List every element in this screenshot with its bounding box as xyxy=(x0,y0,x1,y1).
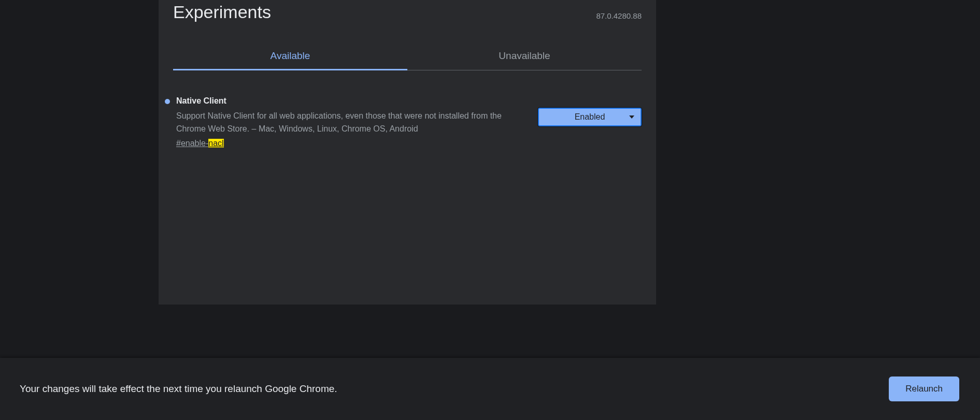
restart-footer: Your changes will take effect the next t… xyxy=(0,358,980,420)
flag-permalink-prefix: #enable- xyxy=(176,139,208,148)
flag-permalink[interactable]: #enable-nacl xyxy=(176,139,224,148)
version-label: 87.0.4280.88 xyxy=(596,11,642,20)
flag-state-value: Enabled xyxy=(575,112,605,122)
tab-unavailable[interactable]: Unavailable xyxy=(407,43,642,70)
flag-permalink-highlight: nacl xyxy=(208,139,223,148)
header-row: Experiments 87.0.4280.88 xyxy=(159,0,656,22)
restart-message: Your changes will take effect the next t… xyxy=(20,383,337,395)
flag-row: Native Client Support Native Client for … xyxy=(159,70,656,148)
relaunch-button[interactable]: Relaunch xyxy=(889,376,959,401)
flag-title: Native Client xyxy=(176,96,522,106)
page-title: Experiments xyxy=(173,2,271,22)
modified-dot-icon xyxy=(165,99,170,104)
flag-description: Support Native Client for all web applic… xyxy=(176,110,522,136)
flag-control: Enabled xyxy=(538,96,642,148)
tab-available[interactable]: Available xyxy=(173,43,407,70)
chevron-down-icon xyxy=(629,115,634,119)
experiments-panel: Experiments 87.0.4280.88 Available Unava… xyxy=(159,0,656,305)
flag-info: Native Client Support Native Client for … xyxy=(165,96,522,148)
tabs: Available Unavailable xyxy=(173,43,642,70)
flag-state-select[interactable]: Enabled xyxy=(538,108,642,126)
